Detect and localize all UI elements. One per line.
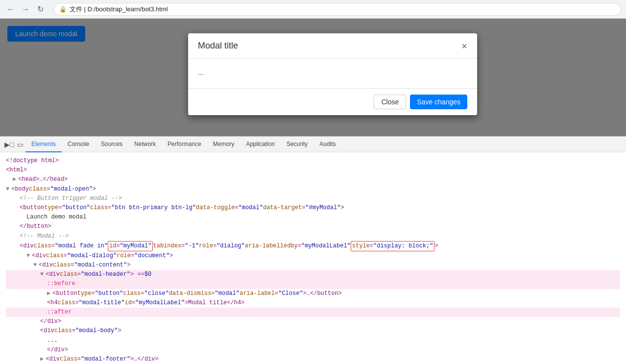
forward-button[interactable]: → bbox=[20, 3, 31, 15]
close-button[interactable]: Close bbox=[374, 95, 406, 109]
browser-chrome: ← → ↻ 🔒 文件 | D:/bootstrap_learn/bot3.htm… bbox=[0, 0, 626, 19]
url-text: 文件 | D:/bootstrap_learn/bot3.html bbox=[70, 5, 168, 14]
tab-performance[interactable]: Performance bbox=[162, 137, 207, 152]
tab-elements[interactable]: Elements bbox=[25, 137, 62, 152]
code-line-19: <div class="modal-body"> bbox=[6, 326, 620, 336]
code-line-14: ::before bbox=[6, 279, 620, 289]
modal-overlay: Modal title × ... Close Save changes bbox=[0, 19, 626, 136]
modal-close-x-button[interactable]: × bbox=[461, 41, 467, 51]
code-line-1: <!doctype html> bbox=[6, 156, 620, 166]
reload-button[interactable]: ↻ bbox=[34, 3, 46, 15]
code-line-11: ▼ <div class="modal-dialog" role="docume… bbox=[6, 251, 620, 261]
code-line-17: ::after bbox=[6, 308, 620, 317]
tab-console[interactable]: Console bbox=[62, 137, 95, 152]
code-line-18: </div> bbox=[6, 317, 620, 326]
back-button[interactable]: ← bbox=[5, 3, 17, 15]
devtools-tabs: ▶□ ▭ Elements Console Sources Network Pe… bbox=[0, 137, 626, 152]
inspect-element-icon[interactable]: ▶□ bbox=[4, 139, 15, 150]
tab-sources[interactable]: Sources bbox=[95, 137, 128, 152]
tab-security[interactable]: Security bbox=[281, 137, 313, 152]
code-line-13: ▼ <div class="modal-header"> == $0 bbox=[6, 270, 620, 279]
code-line-4: ▼ <body class="modal-open"> bbox=[6, 185, 620, 194]
modal-body-text: ... bbox=[198, 69, 204, 76]
modal-header: Modal title × bbox=[188, 33, 477, 59]
device-toolbar-icon[interactable]: ▭ bbox=[15, 139, 25, 150]
code-line-22: ▶ <div class="modal-footer">…</div> bbox=[6, 355, 620, 364]
modal-dialog: Modal title × ... Close Save changes bbox=[188, 33, 477, 115]
code-line-3: ▶ <head>…</head> bbox=[6, 175, 620, 184]
save-changes-button[interactable]: Save changes bbox=[410, 95, 467, 109]
tab-audits[interactable]: Audits bbox=[313, 137, 341, 152]
modal-title: Modal title bbox=[198, 41, 238, 51]
tab-network[interactable]: Network bbox=[128, 137, 162, 152]
main-area: Launch demo modal Modal title × ... Clos… bbox=[0, 19, 626, 136]
code-line-9: <!-- Modal --> bbox=[6, 232, 620, 241]
code-line-21: </div> bbox=[6, 345, 620, 355]
code-line-16: <h4 class="modal-title" id="myModalLabel… bbox=[6, 298, 620, 308]
code-line-2: <html> bbox=[6, 166, 620, 175]
modal-footer: Close Save changes bbox=[188, 88, 477, 115]
address-bar[interactable]: 🔒 文件 | D:/bootstrap_learn/bot3.html bbox=[54, 3, 621, 16]
code-line-10: <div class="modal fade in" id="myModal" … bbox=[6, 241, 620, 251]
code-line-20: ... bbox=[6, 336, 620, 345]
code-line-7: Launch demo modal bbox=[6, 213, 620, 222]
modal-body: ... bbox=[188, 59, 477, 88]
code-line-6: <button type="button" class="btn btn-pri… bbox=[6, 203, 620, 213]
tab-memory[interactable]: Memory bbox=[207, 137, 240, 152]
code-panel[interactable]: <!doctype html> <html> ▶ <head>…</head> … bbox=[0, 152, 626, 364]
code-line-5: <!-- Button trigger modal --> bbox=[6, 194, 620, 203]
tab-application[interactable]: Application bbox=[240, 137, 281, 152]
code-line-12: ▼ <div class="modal-content"> bbox=[6, 261, 620, 270]
devtools-panel: ▶□ ▭ Elements Console Sources Network Pe… bbox=[0, 136, 626, 364]
id-highlight: id="myModal" bbox=[108, 241, 153, 251]
style-highlight: style="display: block;" bbox=[351, 241, 435, 251]
lock-icon: 🔒 bbox=[59, 6, 67, 13]
code-line-15: ▶ <button type="button" class="close" da… bbox=[6, 289, 620, 298]
code-line-8: </button> bbox=[6, 222, 620, 231]
